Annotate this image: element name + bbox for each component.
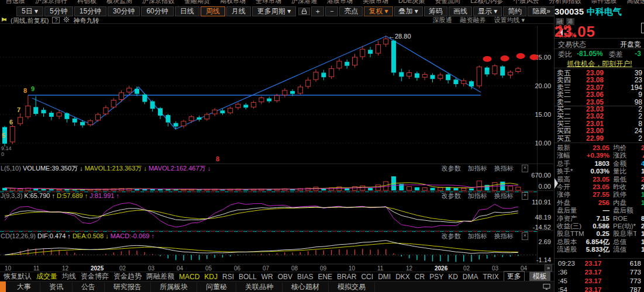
- indicator-tab[interactable]: CCI: [361, 273, 373, 281]
- indicator-tab[interactable]: PSY: [429, 273, 443, 281]
- tick-qty: 787: [607, 286, 641, 292]
- tick-row: 09:23 23.17 618: [555, 259, 644, 268]
- timeline-more-button[interactable]: »: [545, 265, 552, 272]
- svg-text:10.00: 10.00: [535, 140, 551, 147]
- detail-value: 0.586: [584, 223, 609, 230]
- order-qty: 23: [604, 77, 642, 84]
- expand-right-icon[interactable]: [555, 178, 558, 189]
- detail-row: 换手* 0.03% 量比 1: [555, 168, 644, 175]
- svg-text:0: 0: [1, 151, 4, 157]
- indicator-tab[interactable]: DMI: [378, 273, 391, 281]
- bottom-tab[interactable]: 模拟交易: [329, 282, 375, 292]
- time-axis-label: 10: [5, 265, 11, 272]
- indicator-tab[interactable]: 成交量: [36, 272, 57, 281]
- indicator-tab[interactable]: TRIX: [483, 273, 499, 281]
- bottom-tab[interactable]: 研究报告: [105, 282, 151, 292]
- detail-value: 256: [584, 199, 609, 207]
- weibi-value: -81.05%: [577, 50, 603, 60]
- detail-label: 今开: [557, 183, 584, 191]
- bottom-tab[interactable]: 公告: [73, 282, 105, 292]
- detail-value: 6.854亿: [584, 238, 609, 246]
- time-axis[interactable]: » 10111220250203040506070809101112202602…: [0, 264, 554, 272]
- pane-link[interactable]: 换指标: [494, 192, 514, 200]
- indicator-tab[interactable]: 资金博弈: [81, 272, 109, 281]
- indicator-tab[interactable]: 模板: [529, 272, 550, 281]
- svg-text:5: 5: [2, 132, 5, 139]
- detail-value: —: [584, 207, 609, 214]
- indicator-tab[interactable]: 两融差额: [146, 272, 174, 281]
- time-axis-label: 12: [406, 265, 412, 272]
- indicator-tab[interactable]: BOLL: [239, 273, 257, 281]
- time-axis-label: 11: [33, 265, 39, 272]
- indicator-tab[interactable]: OBV: [278, 273, 292, 281]
- top-tab[interactable]: 高级选股: [626, 0, 644, 1]
- indicator-tab[interactable]: 恢复默认: [4, 272, 32, 281]
- main-chart[interactable]: 25.0020.0015.0010.009.140670.000.00110.9…: [0, 0, 554, 292]
- detail-value: 8.3: [636, 215, 644, 223]
- detail-row: 净资产 7.15 ROE 8.3: [555, 215, 644, 223]
- indicator-tab[interactable]: KDJ: [204, 273, 218, 281]
- bottom-tab[interactable]: 问董秘: [197, 282, 236, 292]
- volume-pane-header: L(5,10) VOLUME:39.350万 ↓ MAVOL1:213.363万…: [1, 165, 554, 172]
- detail-value: 1.0: [636, 230, 644, 238]
- order-book-row: 买二 23.02 2: [555, 113, 644, 120]
- pane-link[interactable]: 改参数: [442, 192, 461, 200]
- svg-text:48.19: 48.19: [535, 214, 551, 221]
- bottom-tab[interactable]: 大事: [8, 282, 40, 292]
- pane-link[interactable]: 加指标: [468, 192, 487, 200]
- detail-label: 总值: [613, 238, 636, 246]
- indicator-tab[interactable]: CR: [415, 273, 425, 281]
- monitor-icon[interactable]: [543, 283, 550, 290]
- indicator-value: CD(12,26,9): [1, 232, 37, 239]
- indicator-tab[interactable]: DMA: [463, 273, 478, 281]
- close-icon[interactable]: ×: [522, 165, 528, 172]
- indicator-tab[interactable]: BIAS: [297, 273, 313, 281]
- pane-link[interactable]: 加指标: [468, 232, 487, 240]
- detail-value: ▲0: [636, 152, 644, 159]
- indicator-tab[interactable]: ENE: [318, 273, 332, 281]
- bottom-tab[interactable]: 所属板块: [151, 282, 197, 292]
- indicator-tab[interactable]: BRAR: [337, 273, 356, 281]
- indicator-value: J:81.991 ↑: [88, 192, 119, 199]
- close-icon[interactable]: ×: [522, 192, 528, 200]
- detail-label: 最低: [613, 176, 636, 183]
- detail-value: 41: [636, 160, 644, 168]
- detail-label: 换手*: [557, 168, 584, 175]
- indicator-tab[interactable]: 资金趋势: [113, 272, 142, 281]
- pane-link[interactable]: 改参数: [442, 165, 461, 172]
- detail-value: 23: [636, 176, 644, 183]
- detail-row: 总股本 6.854亿 总值 158.: [555, 238, 644, 246]
- indicator-tab[interactable]: RSI: [222, 273, 234, 281]
- pane-link[interactable]: 换指标: [494, 232, 514, 240]
- bottom-tab[interactable]: 核心题材: [283, 282, 329, 292]
- indicator-tab[interactable]: WR: [261, 273, 273, 281]
- collapse-up-handle[interactable]: ▲: [555, 253, 644, 258]
- indicator-tab[interactable]: DKX: [395, 273, 410, 281]
- bottom-tab[interactable]: 资讯: [40, 282, 73, 292]
- top-tab[interactable]: 条件选股: [591, 0, 617, 1]
- detail-value: 29: [636, 223, 644, 230]
- detail-label: 昨收: [613, 183, 636, 191]
- detail-label: 均价: [613, 144, 636, 152]
- close-icon[interactable]: ×: [522, 232, 528, 240]
- pane-link[interactable]: 换指标: [494, 165, 514, 172]
- indicator-value: D:57.689 ↑: [55, 192, 88, 199]
- pane-link[interactable]: 加指标: [468, 165, 487, 172]
- pane-link[interactable]: 改参数: [442, 232, 461, 240]
- indicator-value: DIF:0.474 ↑: [37, 232, 71, 239]
- detail-label: PE(动)*: [613, 223, 636, 230]
- tick-row: :45 23.17 773: [555, 277, 644, 286]
- time-axis-label: 06: [234, 265, 240, 272]
- clipped-button[interactable]: [641, 23, 644, 33]
- detail-label: 总股本: [557, 238, 584, 246]
- detail-row: 外盘 256 内盘 1: [555, 199, 644, 207]
- indicator-value: DEA:0.508 ↓: [71, 232, 109, 239]
- indicator-value: VOLUME:39.350万 ↓: [23, 165, 83, 172]
- indicator-tab[interactable]: KD: [448, 273, 458, 281]
- bottom-tab[interactable]: 关联品种: [236, 282, 283, 292]
- tick-list[interactable]: 09:23 23.17 618 :36 23.17 773 :45 23.17 …: [555, 259, 644, 292]
- indicator-tab[interactable]: MACD: [179, 273, 199, 281]
- detail-label: 内盘: [613, 199, 636, 207]
- indicator-tab-bar: 恢复默认成交量均线资金博弈资金趋势两融差额MACDKDJRSIBOLLWROBV…: [0, 272, 554, 281]
- indicator-tab[interactable]: 均线: [62, 272, 76, 281]
